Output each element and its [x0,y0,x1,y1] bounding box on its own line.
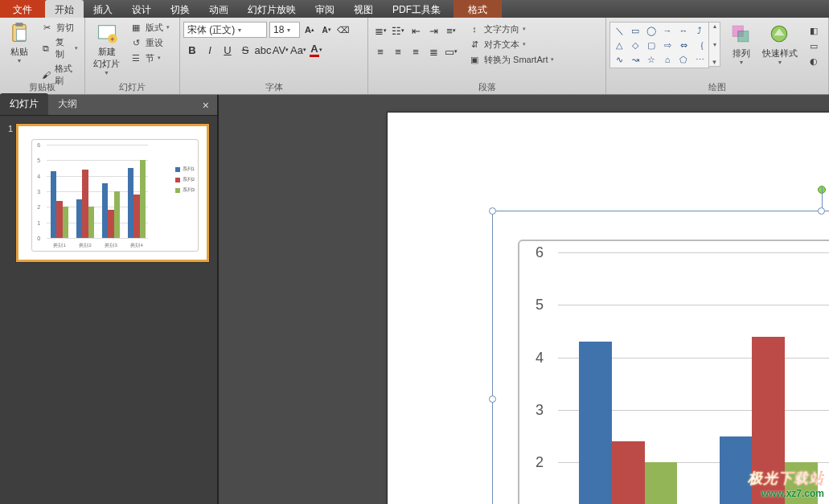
pane-close-button[interactable]: × [195,96,217,115]
align-center-button[interactable]: ≡ [389,43,407,60]
text-direction-button[interactable]: ↕ 文字方向 ▾ [465,22,557,36]
section-icon: ☰ [129,51,142,64]
font-color-button[interactable]: A▾ [307,41,325,59]
tab-insert[interactable]: 插入 [84,0,122,18]
convert-smartart-button[interactable]: ▣ 转换为 SmartArt ▾ [465,52,557,67]
shape-fill-button[interactable]: ◧ [804,23,823,38]
tab-view[interactable]: 视图 [344,0,383,18]
pane-tab-outline[interactable]: 大纲 [48,93,87,115]
tab-slideshow[interactable]: 幻灯片放映 [238,0,306,18]
quick-styles-label: 快速样式 [762,47,798,59]
shape-diamond-icon: ◇ [628,39,642,51]
new-slide-button[interactable]: ✦ 新建 幻灯片 ▼ [88,20,125,77]
columns-button[interactable]: ▭▾ [442,43,460,60]
handle-n[interactable] [818,207,825,215]
bar-系列2-类别1 [612,441,645,504]
group-slides: ✦ 新建 幻灯片 ▼ ▦ 版式 ▾ ↺ 重设 ☰ 节 ▾ [85,18,180,94]
shadow-button[interactable]: abc [254,41,272,59]
bullets-button[interactable]: ≣▾ [371,22,389,39]
justify-button[interactable]: ≣ [425,43,442,60]
chart-object[interactable]: 0123456 [518,240,829,504]
tab-design[interactable]: 设计 [122,0,161,18]
numbering-button[interactable]: ☷▾ [389,22,407,39]
shrink-font-button[interactable]: A▾ [319,23,334,37]
text-direction-icon: ↕ [468,23,481,35]
handle-w[interactable] [489,395,496,403]
align-text-icon: ⇵ [468,38,481,51]
slide-canvas[interactable]: 0123456 [388,113,829,504]
group-clipboard: 粘贴 ▼ ✂ 剪切 ⧉ 复制 ▾ 🖌 格式刷 剪贴板 [0,18,85,94]
align-left-button[interactable]: ≡ [371,43,389,60]
thumb-number: 1 [8,124,13,133]
bar-系列3-类别1 [645,462,678,504]
y-tick-label: 6 [536,244,544,261]
y-tick-label: 2 [536,454,544,471]
quick-styles-button[interactable]: 快速样式 ▼ [757,22,802,67]
copy-label: 复制 [55,36,72,60]
strike-button[interactable]: S [236,41,254,59]
group-drawing-label: 绘图 [606,80,828,94]
y-tick-label: 3 [536,402,544,419]
shape-star-icon: ☆ [644,53,659,66]
align-text-label: 对齐文本 [484,39,519,51]
chevron-down-icon: ▾ [287,27,290,34]
section-button[interactable]: ☰ 节 ▾ [126,51,173,65]
change-case-button[interactable]: Aa▾ [289,41,307,59]
tab-transitions[interactable]: 切换 [161,0,199,18]
copy-icon: ⧉ [40,42,52,55]
smartart-icon: ▣ [468,53,481,66]
clear-format-button[interactable]: ⌫ [336,23,351,37]
y-tick-label: 4 [536,349,544,366]
underline-button[interactable]: U [219,41,236,59]
shape-curve-icon: ∿ [612,53,626,66]
eraser-icon: ⌫ [337,25,350,35]
svg-rect-7 [738,31,749,42]
bar-系列2-类别2 [752,337,785,504]
increase-indent-button[interactable]: ⇥ [425,22,442,39]
shape-oval-icon: ◯ [644,24,659,37]
group-font: 宋体 (正文) ▾ 18 ▾ A▴ A▾ ⌫ B I U S abc AV▾ A… [180,18,368,94]
new-slide-icon: ✦ [96,22,118,44]
shape-callout-icon: ⌂ [660,53,675,66]
font-size-combo[interactable]: 18 ▾ [269,22,300,38]
handle-nw[interactable] [489,207,496,215]
shape-effects-button[interactable]: ◐ [804,54,823,68]
brush-icon: 🖌 [40,68,51,81]
ribbon: 粘贴 ▼ ✂ 剪切 ⧉ 复制 ▾ 🖌 格式刷 剪贴板 [0,18,829,95]
line-spacing-button[interactable]: ≡▾ [442,22,460,39]
shape-gallery[interactable]: ＼ ▭ ◯ → ↔ ⤴ △ ◇ ▢ ⇨ ⇔ ｛ ∿ ↝ ☆ ⌂ ⬠ [609,22,709,68]
group-font-label: 字体 [180,80,367,94]
paste-button[interactable]: 粘贴 ▼ [3,20,35,65]
shape-arrow-icon: → [660,24,675,37]
bold-button[interactable]: B [183,41,201,59]
tab-home[interactable]: 开始 [45,0,84,18]
layout-button[interactable]: ▦ 版式 ▾ [126,20,173,35]
align-right-button[interactable]: ≡ [407,43,425,60]
tab-format[interactable]: 格式 [453,0,502,18]
tab-review[interactable]: 审阅 [306,0,344,18]
tab-file[interactable]: 文件 [0,0,45,18]
tab-pdf-tools[interactable]: PDF工具集 [383,0,450,18]
grow-font-button[interactable]: A▴ [302,23,317,37]
chart-plot-area: 0123456 [536,252,829,504]
decrease-indent-button[interactable]: ⇤ [407,22,425,39]
slide-thumbnail-1[interactable]: 0123456类别1类别2类别3类别4系列1系列2系列3 [16,124,209,262]
section-label: 节 [146,52,154,64]
font-family-combo[interactable]: 宋体 (正文) ▾ [183,22,267,38]
menu-bar: 文件 开始 插入 设计 切换 动画 幻灯片放映 审阅 视图 PDF工具集 格式 [0,0,829,18]
shape-gallery-expand[interactable]: ▴ ▾ ▼ [709,22,720,67]
arrange-button[interactable]: 排列 ▼ [725,22,757,67]
slide-editor[interactable]: 0123456 [219,95,829,504]
copy-button[interactable]: ⧉ 复制 ▾ [37,35,81,61]
svg-text:✦: ✦ [109,35,116,43]
pane-tab-slides[interactable]: 幻灯片 [0,93,48,115]
italic-button[interactable]: I [201,41,219,59]
reset-button[interactable]: ↺ 重设 [126,35,173,50]
shape-outline-button[interactable]: ▭ [804,39,823,53]
tab-animations[interactable]: 动画 [199,0,238,18]
paste-icon [8,22,31,44]
align-text-button[interactable]: ⇵ 对齐文本 ▾ [465,37,557,51]
spacing-button[interactable]: AV▾ [272,41,289,59]
cut-button[interactable]: ✂ 剪切 [37,20,81,35]
layout-icon: ▦ [129,21,142,34]
